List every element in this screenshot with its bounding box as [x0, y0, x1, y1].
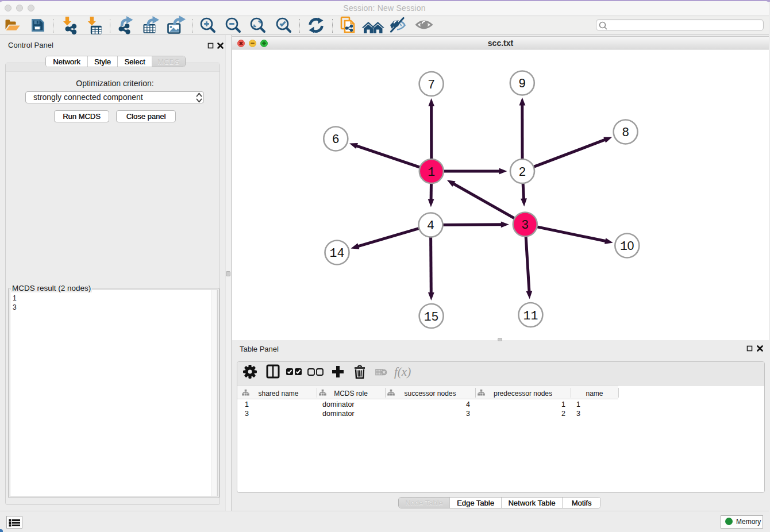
svg-text:1: 1	[428, 165, 435, 179]
svg-text:6: 6	[332, 133, 340, 147]
svg-text:11: 11	[523, 309, 538, 323]
svg-text:15: 15	[424, 310, 439, 324]
svg-text:14: 14	[330, 246, 345, 260]
svg-text:8: 8	[622, 126, 629, 140]
svg-text:4: 4	[427, 219, 434, 233]
svg-text:2: 2	[519, 165, 526, 179]
svg-text:7: 7	[428, 78, 435, 92]
svg-text:3: 3	[521, 218, 529, 232]
svg-text:9: 9	[518, 77, 526, 91]
svg-text:10: 10	[620, 239, 634, 253]
